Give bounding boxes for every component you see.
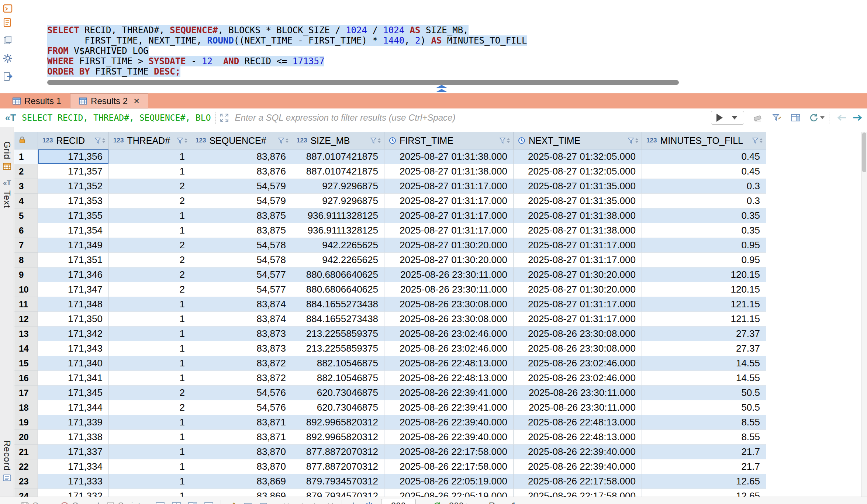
cell-sequence[interactable]: 54,576 (191, 400, 292, 415)
cell-thread[interactable]: 2 (109, 238, 191, 253)
panels-icon[interactable] (791, 113, 800, 122)
cell-next_time[interactable]: 2025-08-26 23:30:08.000 (514, 341, 642, 356)
cell-first_time[interactable]: 2025-08-27 01:31:38.000 (384, 149, 514, 164)
column-header-first_time[interactable]: FIRST_TIME (384, 132, 514, 149)
cell-next_time[interactable]: 2025-08-26 23:02:46.000 (514, 356, 642, 371)
cell-next_time[interactable]: 2025-08-27 01:31:38.000 (514, 208, 642, 223)
fetch-next-page-icon[interactable] (349, 502, 357, 504)
cell-minutes_to_fill[interactable]: 0.35 (642, 208, 766, 223)
filter-sort-icon[interactable] (278, 137, 289, 145)
cell-sequence[interactable]: 83,870 (191, 445, 292, 459)
cell-size_mb[interactable]: 927.9296875 (292, 194, 384, 208)
column-header-recid[interactable]: 123RECID (38, 132, 109, 149)
collapse-editor-handle[interactable] (435, 85, 448, 93)
cell-size_mb[interactable]: 887.0107421875 (292, 164, 384, 179)
close-icon[interactable]: × (134, 96, 139, 106)
value-panel-icon[interactable] (156, 502, 165, 504)
cell-minutes_to_fill[interactable]: 0.3 (642, 179, 766, 194)
next-result-icon[interactable] (852, 114, 863, 122)
apply-filter-button[interactable] (711, 111, 744, 125)
cell-sequence[interactable]: 54,579 (191, 179, 292, 194)
cell-next_time[interactable]: 2025-08-26 22:39:40.000 (514, 445, 642, 459)
results-tab[interactable]: Results 2× (70, 93, 148, 108)
cell-minutes_to_fill[interactable]: 121.15 (642, 297, 766, 312)
column-header-thread[interactable]: 123THREAD# (109, 132, 191, 149)
cell-first_time[interactable]: 2025-08-27 01:31:17.000 (384, 194, 514, 208)
cell-first_time[interactable]: 2025-08-26 22:05:19.000 (384, 474, 514, 489)
cell-first_time[interactable]: 2025-08-26 22:48:13.000 (384, 371, 514, 386)
cell-sequence[interactable]: 54,577 (191, 282, 292, 297)
cell-sequence[interactable]: 83,873 (191, 327, 292, 341)
cell-first_time[interactable]: 2025-08-26 22:17:58.000 (384, 445, 514, 459)
cell-first_time[interactable]: 2025-08-26 22:48:13.000 (384, 356, 514, 371)
cell-recid[interactable]: 171,341 (38, 371, 109, 386)
cell-minutes_to_fill[interactable]: 0.35 (642, 223, 766, 238)
cell-minutes_to_fill[interactable]: 12.65 (642, 474, 766, 489)
cell-minutes_to_fill[interactable]: 121.15 (642, 312, 766, 327)
row-number[interactable]: 24 (14, 489, 38, 497)
row-number[interactable]: 15 (14, 356, 38, 371)
cell-first_time[interactable]: 2025-08-26 23:30:11.000 (384, 282, 514, 297)
cell-thread[interactable]: 1 (109, 208, 191, 223)
cell-thread[interactable]: 1 (109, 223, 191, 238)
cell-minutes_to_fill[interactable]: 0.95 (642, 253, 766, 267)
filter-sort-icon[interactable] (94, 137, 106, 145)
cell-size_mb[interactable]: 887.0107421875 (292, 149, 384, 164)
previous-result-icon[interactable] (836, 114, 847, 122)
cell-thread[interactable]: 1 (109, 312, 191, 327)
row-number[interactable]: 12 (14, 312, 38, 327)
row-number[interactable]: 19 (14, 415, 38, 430)
cell-sequence[interactable]: 83,872 (191, 356, 292, 371)
cell-minutes_to_fill[interactable]: 120.15 (642, 282, 766, 297)
cell-size_mb[interactable]: 942.2265625 (292, 253, 384, 267)
sql-console-icon[interactable] (2, 3, 13, 14)
cell-minutes_to_fill[interactable]: 0.95 (642, 238, 766, 253)
erase-filter-icon[interactable] (753, 113, 763, 122)
row-number[interactable]: 20 (14, 430, 38, 445)
cell-next_time[interactable]: 2025-08-27 01:31:17.000 (514, 297, 642, 312)
cell-recid[interactable]: 171,332 (38, 489, 109, 497)
cell-minutes_to_fill[interactable]: 8.55 (642, 430, 766, 445)
cell-next_time[interactable]: 2025-08-26 22:39:40.000 (514, 459, 642, 474)
filter-sort-icon[interactable] (752, 137, 763, 145)
cell-recid[interactable]: 171,349 (38, 238, 109, 253)
cell-recid[interactable]: 171,346 (38, 267, 109, 282)
cell-next_time[interactable]: 2025-08-27 01:30:20.000 (514, 267, 642, 282)
save-button[interactable]: Save (21, 501, 53, 504)
cell-recid[interactable]: 171,338 (38, 430, 109, 445)
cell-size_mb[interactable]: 882.10546875 (292, 371, 384, 386)
cell-recid[interactable]: 171,337 (38, 445, 109, 459)
row-number[interactable]: 17 (14, 386, 38, 400)
new-script-icon[interactable] (2, 17, 13, 28)
cell-thread[interactable]: 1 (109, 430, 191, 445)
row-number[interactable]: 2 (14, 164, 38, 179)
cell-first_time[interactable]: 2025-08-26 23:30:08.000 (384, 312, 514, 327)
cell-first_time[interactable]: 2025-08-27 01:31:17.000 (384, 223, 514, 238)
cell-first_time[interactable]: 2025-08-27 01:30:20.000 (384, 253, 514, 267)
grid-panel-icon[interactable] (172, 502, 181, 504)
row-number[interactable]: 11 (14, 297, 38, 312)
cell-recid[interactable]: 171,343 (38, 341, 109, 356)
cell-size_mb[interactable]: 620.73046875 (292, 386, 384, 400)
editor-horizontal-scrollbar[interactable] (47, 80, 679, 85)
cell-sequence[interactable]: 83,875 (191, 223, 292, 238)
edit-cell-icon[interactable] (228, 502, 236, 504)
cell-thread[interactable]: 1 (109, 445, 191, 459)
expand-filter-icon[interactable] (220, 113, 229, 122)
filter-sort-icon[interactable] (628, 137, 639, 145)
cell-sequence[interactable]: 83,874 (191, 297, 292, 312)
cancel-button[interactable]: Cancel (60, 501, 100, 504)
add-row-icon[interactable] (244, 502, 252, 504)
cell-next_time[interactable]: 2025-08-26 22:17:58.000 (514, 474, 642, 489)
cell-thread[interactable]: 2 (109, 282, 191, 297)
fetch-size-input[interactable] (381, 499, 416, 504)
cell-thread[interactable]: 1 (109, 459, 191, 474)
cell-size_mb[interactable]: 880.6806640625 (292, 267, 384, 282)
cell-next_time[interactable]: 2025-08-26 23:30:11.000 (514, 386, 642, 400)
cell-sequence[interactable]: 83,876 (191, 149, 292, 164)
cell-first_time[interactable]: 2025-08-26 22:05:19.000 (384, 489, 514, 497)
cell-next_time[interactable]: 2025-08-27 01:31:17.000 (514, 238, 642, 253)
cell-size_mb[interactable]: 213.2255859375 (292, 327, 384, 341)
row-number[interactable]: 18 (14, 400, 38, 415)
last-row-icon[interactable] (327, 502, 334, 504)
